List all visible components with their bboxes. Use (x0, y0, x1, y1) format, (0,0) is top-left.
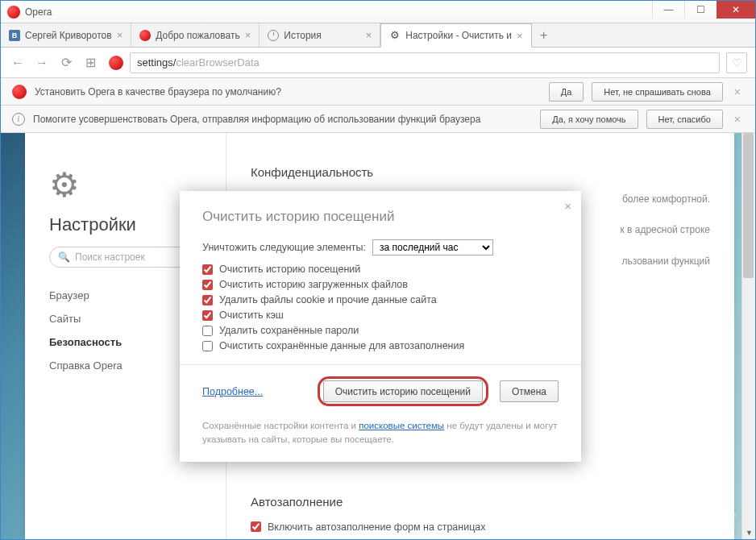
tab-close-icon[interactable]: × (517, 30, 523, 42)
tab-welcome[interactable]: Добро пожаловать × (131, 23, 260, 47)
back-button[interactable]: ← (9, 54, 27, 72)
dialog-check-label: Очистить историю загруженных файлов (219, 279, 408, 290)
reload-button[interactable]: ⟳ (57, 54, 75, 72)
maximize-button[interactable]: ☐ (684, 1, 717, 19)
opera-icon (7, 6, 20, 19)
window-title: Opera (25, 6, 52, 18)
clear-data-dialog: × Очистить историю посещений Уничтожить … (180, 191, 581, 462)
infobar-close-icon[interactable]: × (731, 113, 744, 126)
time-range-row: Уничтожить следующие элементы: за послед… (202, 239, 559, 255)
address-suffix: clearBrowserData (176, 56, 259, 69)
dialog-check-label: Очистить сохранённые данные для автозапо… (219, 340, 464, 351)
tab-close-icon[interactable]: × (366, 29, 372, 41)
close-button[interactable]: ✕ (717, 1, 755, 19)
tab-settings[interactable]: ⚙ Настройки - Очистить и × (380, 23, 531, 48)
highlight-ring: Очистить историю посещений (318, 376, 488, 406)
dialog-checkbox[interactable] (202, 341, 213, 351)
dialog-checkbox[interactable] (202, 295, 213, 305)
tab-label: История (284, 30, 322, 41)
tab-label: Сергей Криворотов (25, 30, 112, 41)
opera-icon (109, 56, 123, 70)
dialog-check-label: Очистить кэш (219, 309, 284, 321)
window-controls: — ☐ ✕ (652, 1, 755, 19)
dialog-checkbox[interactable] (202, 280, 213, 290)
info-icon: i (12, 113, 25, 126)
minimize-button[interactable]: — (652, 1, 684, 19)
scrollbar-thumb[interactable] (743, 133, 754, 278)
cancel-button[interactable]: Отмена (500, 380, 559, 402)
dialog-check-label: Удалить файлы cookie и прочие данные сай… (219, 294, 437, 305)
history-icon (268, 30, 279, 41)
dialog-check-label: Удалить сохранённые пароли (219, 325, 359, 336)
bookmark-button[interactable]: ♡ (726, 52, 747, 73)
toolbar: ← → ⟳ ⊞ settings/clearBrowserData ♡ (1, 48, 755, 78)
infobar-yes-button[interactable]: Да, я хочу помочь (540, 110, 638, 129)
tab-close-icon[interactable]: × (245, 29, 251, 41)
dialog-checkbox[interactable] (202, 264, 213, 275)
infobar-no-button[interactable]: Нет, не спрашивать снова (592, 82, 723, 102)
dialog-backdrop: × Очистить историю посещений Уничтожить … (1, 133, 741, 539)
titlebar: Opera — ☐ ✕ (1, 1, 755, 23)
forward-button[interactable]: → (33, 54, 51, 72)
default-browser-infobar: Установить Opera в качестве браузера по … (1, 78, 755, 106)
tab-label: Настройки - Очистить и (405, 30, 512, 41)
divider (180, 364, 581, 365)
content-area: ⚙ Настройки 🔍 Поиск настроек Браузер Сай… (1, 133, 755, 539)
dialog-actions: Подробнее... Очистить историю посещений … (202, 376, 559, 406)
address-bar[interactable]: settings/clearBrowserData (130, 52, 720, 73)
dialog-footer: Сохранённые настройки контента и поисков… (202, 419, 559, 447)
tab-vk[interactable]: B Сергей Криворотов × (1, 23, 131, 47)
gear-icon: ⚙ (389, 30, 401, 41)
scroll-down-icon[interactable]: ▼ (742, 525, 755, 539)
search-engines-link[interactable]: поисковые системы (359, 421, 444, 430)
dialog-check-row[interactable]: Удалить файлы cookie и прочие данные сай… (202, 294, 559, 305)
tab-history[interactable]: История × (260, 23, 380, 47)
dialog-title: Очистить историю посещений (202, 209, 559, 225)
infobar-message: Установить Opera в качестве браузера по … (35, 86, 541, 98)
infobar-message: Помогите усовершенствовать Opera, отправ… (33, 114, 532, 125)
tab-strip: B Сергей Криворотов × Добро пожаловать ×… (1, 23, 755, 48)
opera-icon (12, 85, 27, 99)
dialog-checkbox[interactable] (202, 310, 213, 321)
dialog-close-icon[interactable]: × (564, 199, 571, 213)
dialog-check-row[interactable]: Удалить сохранённые пароли (202, 325, 559, 336)
telemetry-infobar: i Помогите усовершенствовать Opera, отпр… (1, 106, 755, 133)
speed-dial-button[interactable]: ⊞ (81, 54, 99, 72)
dialog-check-row[interactable]: Очистить историю посещений (202, 264, 559, 275)
infobar-close-icon[interactable]: × (731, 85, 744, 98)
new-tab-button[interactable]: + (532, 23, 556, 47)
dialog-check-row[interactable]: Очистить кэш (202, 309, 559, 321)
vk-icon: B (9, 30, 20, 41)
destroy-label: Уничтожить следующие элементы: (202, 242, 366, 253)
dialog-check-row[interactable]: Очистить историю загруженных файлов (202, 279, 559, 290)
time-range-select[interactable]: за последний час (372, 239, 493, 255)
opera-icon (139, 30, 151, 41)
infobar-yes-button[interactable]: Да (549, 82, 584, 102)
dialog-check-row[interactable]: Очистить сохранённые данные для автозапо… (202, 340, 559, 351)
vertical-scrollbar[interactable]: ▲ ▼ (741, 133, 755, 539)
tab-label: Добро пожаловать (156, 30, 239, 41)
confirm-clear-button[interactable]: Очистить историю посещений (323, 380, 483, 402)
dialog-checkbox[interactable] (202, 326, 213, 336)
tab-close-icon[interactable]: × (117, 29, 123, 41)
address-prefix: settings/ (137, 56, 176, 69)
more-link[interactable]: Подробнее... (202, 386, 263, 397)
dialog-check-label: Очистить историю посещений (219, 264, 360, 275)
infobar-no-button[interactable]: Нет, спасибо (646, 110, 723, 129)
